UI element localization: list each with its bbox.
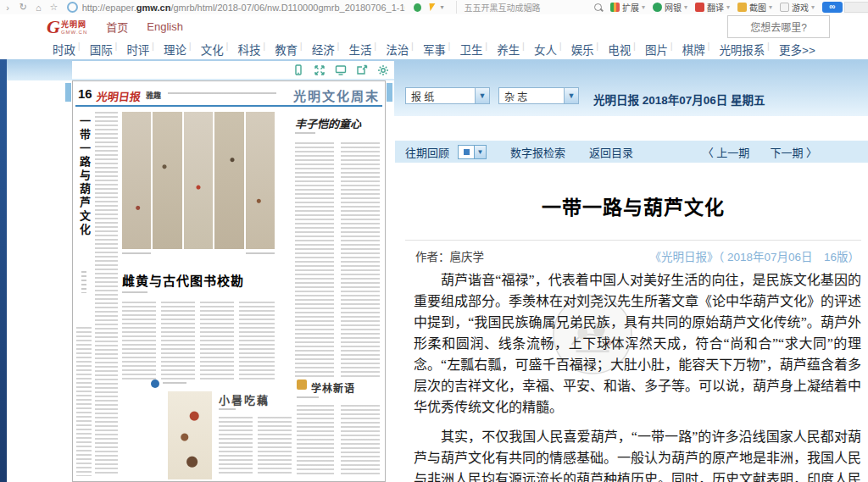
column-logo-icon [297, 380, 307, 390]
vertical-headline: 一带一路与葫芦文化 [77, 115, 91, 266]
extension-translate[interactable]: 翻译 ▾ [695, 1, 730, 14]
nav-item-nvren[interactable]: 女人 [534, 41, 557, 58]
digital-search-link[interactable]: 数字报检索 [510, 144, 565, 160]
image-caption [122, 252, 151, 256]
site-icon [67, 2, 78, 13]
gmw-logo[interactable]: G 光明网 GMW.CN [47, 19, 87, 36]
newspaper-page-preview[interactable]: 16 光明日报 雅趣 光明文化周末 一带一路与葫芦文化 雌黄与古代图书校勘 丰子… [72, 80, 386, 482]
past-issues-link[interactable]: 往期回顾 [405, 144, 449, 160]
forward-icon[interactable]: › [0, 3, 15, 13]
next-page-tab[interactable] [387, 83, 392, 102]
fullscreen-icon[interactable] [314, 64, 326, 76]
issue-date-picker[interactable]: ▼ [458, 146, 487, 158]
browser-logo-badge[interactable]: ∞ [822, 2, 843, 13]
date-picker-window [458, 145, 475, 159]
logo-name: 光明网 [61, 19, 87, 30]
paper-select-value: 报 纸 [406, 89, 475, 103]
nav-item-jiaoyu[interactable]: 教育 [275, 41, 298, 58]
adblock-icon[interactable] [414, 3, 421, 12]
refresh-icon[interactable]: ↻ [15, 2, 31, 13]
nav-item-fazhi[interactable]: 法治 [386, 41, 409, 58]
nav-item-qipai[interactable]: 棋牌 [682, 41, 705, 58]
preview-toolbar [72, 61, 394, 79]
flower-painting-image [168, 391, 212, 479]
chevron-down-icon[interactable]: ▾ [434, 3, 449, 11]
nav-item-dianshi[interactable]: 电视 [608, 41, 631, 58]
browser-search-box[interactable]: 五五开黑互动成姻路 [456, 1, 610, 14]
left-edge-bar [0, 59, 7, 482]
paper-text-column [239, 302, 275, 380]
nav-item-keji[interactable]: 科技 [237, 41, 260, 58]
nav-item-tupian[interactable]: 图片 [645, 41, 668, 58]
prev-page-tab[interactable] [65, 83, 71, 102]
byline [295, 132, 315, 136]
paper-select-dropdown[interactable]: 报 纸 ▼ [405, 87, 490, 104]
masthead-rule [75, 105, 382, 107]
goto-search-box[interactable]: 您想去哪里? [727, 15, 830, 38]
section-tag: 雅趣 [146, 90, 161, 101]
home-icon[interactable]: ⌂ [31, 3, 46, 13]
paper-text-column [200, 302, 234, 380]
prev-issue-link[interactable]: 〈 上一期 [703, 144, 750, 160]
next-issue-link[interactable]: 下一期 〉 [770, 144, 817, 160]
nav-item-shizheng[interactable]: 时政 [53, 41, 75, 58]
english-link[interactable]: English [147, 20, 183, 33]
nav-item-junshi[interactable]: 军事 [423, 41, 446, 58]
nav-item-shenghuo[interactable]: 生活 [349, 41, 372, 58]
issue-nav-row: 往期回顾 ▼ 数字报检索 返回目录 〈 上一期 下一期 〉 [395, 141, 868, 163]
extension-ebank[interactable]: 网银 ▾ [653, 1, 687, 14]
desktop-view-icon[interactable] [335, 64, 347, 76]
chevron-down-icon: ▼ [564, 88, 578, 103]
url-path: /gmrb/html/2018-07/06/nw.D110000gmrb_201… [170, 3, 405, 13]
nav-item-more[interactable]: 更多>> [779, 41, 815, 58]
nav-item-weisheng[interactable]: 卫生 [460, 41, 483, 58]
extension-label: 游戏 [792, 1, 809, 14]
chevron-down-icon: ▾ [811, 3, 815, 11]
extension-games[interactable]: 游戏 ▾ [780, 1, 815, 14]
extension-screenshot[interactable]: 截图 ▾ [737, 1, 772, 14]
search-icon[interactable] [594, 3, 602, 11]
extension-label: 截图 [749, 1, 766, 14]
paper-text-column [297, 405, 334, 476]
nav-item-baoxi[interactable]: 光明报系 [719, 41, 765, 58]
nav-item-jingji[interactable]: 经济 [312, 41, 335, 58]
paper-text-column [76, 327, 92, 476]
url-domain: gmw.cn [136, 3, 171, 13]
address-bar[interactable]: http://epaper.gmw.cn/gmrb/html/2018-07/0… [67, 2, 406, 13]
scroll-painting-image [122, 112, 275, 249]
byline [219, 408, 236, 412]
article-title: 一带一路与葫芦文化 [398, 191, 868, 220]
author-name: 扈庆学 [450, 247, 485, 264]
main-nav: 时政 国际 时评 理论 文化 科技 教育 经济 生活 法治 军事 卫生 养生 女… [0, 39, 868, 59]
nav-item-yangsheng[interactable]: 养生 [497, 41, 520, 58]
chevron-down-icon: ▾ [684, 3, 687, 11]
nav-item-yule[interactable]: 娱乐 [571, 41, 594, 58]
settings-gear-icon[interactable] [377, 64, 389, 76]
ebank-globe-icon [653, 3, 662, 12]
url-prefix: http://epaper. [82, 3, 136, 13]
home-link[interactable]: 首页 [106, 19, 128, 35]
share-icon[interactable] [356, 64, 368, 76]
article-source: 《光明日报》（ 2018年07月06日 16版） [649, 247, 860, 264]
nav-item-guoji[interactable]: 国际 [90, 41, 113, 58]
bookmark-star-icon[interactable]: ☆ [46, 2, 61, 13]
back-to-toc-link[interactable]: 返回目录 [589, 144, 633, 160]
chevron-down-icon: ▾ [642, 3, 645, 11]
extension-manager[interactable]: 扩展 ▾ [610, 1, 645, 14]
paper-text-column [122, 302, 156, 380]
byline [297, 396, 319, 400]
vertical-byline [81, 271, 86, 293]
magazine-select-dropdown[interactable]: 杂 志 ▼ [498, 87, 579, 104]
reading-logo-icon [151, 380, 159, 388]
nav-item-lilun[interactable]: 理论 [164, 41, 186, 58]
issue-info-line [168, 92, 276, 97]
paper-text-column [161, 302, 195, 380]
nav-item-shiping[interactable]: 时评 [126, 41, 149, 58]
browser-chrome-bar: › ↻ ⌂ ☆ http://epaper.gmw.cn/gmrb/html/2… [0, 0, 868, 15]
mobile-view-icon[interactable] [292, 64, 304, 76]
paper-text-column [295, 142, 334, 380]
paper-text-column [219, 417, 253, 476]
translate-icon [695, 3, 704, 12]
toolbar-fragment [844, 2, 868, 13]
nav-item-wenhua[interactable]: 文化 [201, 41, 224, 58]
